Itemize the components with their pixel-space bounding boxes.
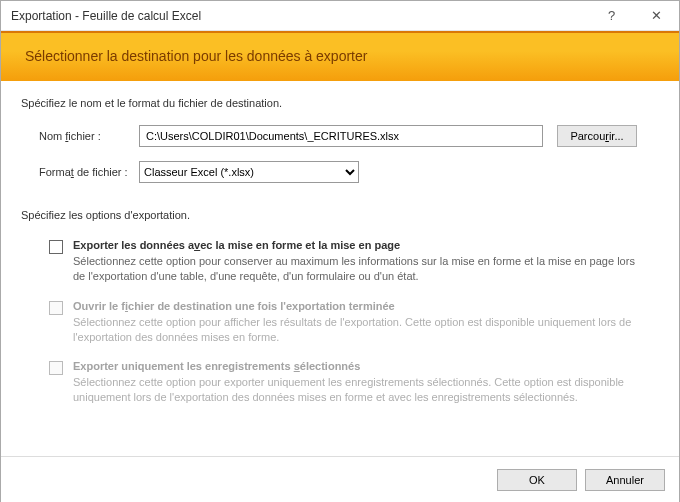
cancel-button[interactable]: Annuler xyxy=(585,469,665,491)
browse-button[interactable]: Parcourir... xyxy=(557,125,637,147)
format-select[interactable]: Classeur Excel (*.xlsx) xyxy=(139,161,359,183)
ok-button[interactable]: OK xyxy=(497,469,577,491)
option-body: Exporter uniquement les enregistrements … xyxy=(73,360,659,405)
filename-input[interactable] xyxy=(139,125,543,147)
destination-section-label: Spécifiez le nom et le format du fichier… xyxy=(21,97,659,109)
help-button[interactable]: ? xyxy=(589,1,634,31)
option-desc: Sélectionnez cette option pour afficher … xyxy=(73,315,639,345)
filename-label: Nom fichier : xyxy=(39,130,139,142)
option-title: Exporter les données avec la mise en for… xyxy=(73,239,639,251)
option-desc: Sélectionnez cette option pour exporter … xyxy=(73,375,639,405)
close-icon: ✕ xyxy=(651,8,662,23)
option-selected-records: Exporter uniquement les enregistrements … xyxy=(21,360,659,405)
close-button[interactable]: ✕ xyxy=(634,1,679,31)
option-title: Ouvrir le fichier de destination une foi… xyxy=(73,300,639,312)
option-body: Ouvrir le fichier de destination une foi… xyxy=(73,300,659,345)
window-title: Exportation - Feuille de calcul Excel xyxy=(11,9,589,23)
wizard-banner: Sélectionner la destination pour les don… xyxy=(1,31,679,81)
checkbox-selected-records xyxy=(49,361,63,375)
option-desc: Sélectionnez cette option pour conserver… xyxy=(73,254,639,284)
banner-heading: Sélectionner la destination pour les don… xyxy=(25,48,367,64)
options-section-label: Spécifiez les options d'exportation. xyxy=(21,209,659,221)
checkbox-export-formatting[interactable] xyxy=(49,240,63,254)
checkbox-open-after-export xyxy=(49,301,63,315)
filename-row: Nom fichier : Parcourir... xyxy=(21,125,659,147)
option-export-formatting: Exporter les données avec la mise en for… xyxy=(21,239,659,284)
content-area: Spécifiez le nom et le format du fichier… xyxy=(1,81,679,405)
format-row: Format de fichier : Classeur Excel (*.xl… xyxy=(21,161,659,183)
help-icon: ? xyxy=(608,8,615,23)
format-label: Format de fichier : xyxy=(39,166,139,178)
option-body: Exporter les données avec la mise en for… xyxy=(73,239,659,284)
dialog-footer: OK Annuler xyxy=(1,456,679,502)
titlebar: Exportation - Feuille de calcul Excel ? … xyxy=(1,1,679,31)
option-open-after-export: Ouvrir le fichier de destination une foi… xyxy=(21,300,659,345)
option-title: Exporter uniquement les enregistrements … xyxy=(73,360,639,372)
